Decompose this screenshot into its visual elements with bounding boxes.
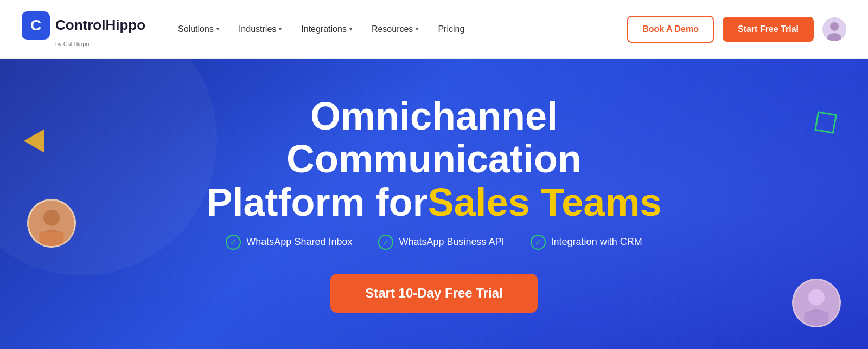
hero-feature-2: ✓ WhatsApp Business API [378,235,504,250]
hero-title-line1: Omnichannel Communication [163,95,705,180]
logo-area: C ControlHippo by CallHippo [22,11,145,47]
nav-industries-label: Industries [239,24,276,34]
hero-trial-button[interactable]: Start 10-Day Free Trial [330,274,537,313]
logo-icon: C [22,11,50,40]
chevron-down-icon: ▾ [216,26,219,32]
nav-item-integrations[interactable]: Integrations ▾ [301,24,352,34]
avatar-left [27,199,76,248]
logo-row: C ControlHippo [22,11,145,40]
hero-title-yellow: Sales Teams [428,180,662,224]
nav-integrations-label: Integrations [301,24,347,34]
feature-label-3: Integration with CRM [551,236,642,248]
hero-feature-1: ✓ WhatsApp Shared Inbox [226,235,352,250]
svg-point-1 [830,22,839,31]
hero-section: Omnichannel Communication Platform forSa… [0,59,868,349]
hero-content: Omnichannel Communication Platform forSa… [163,95,705,313]
check-icon-3: ✓ [531,235,546,250]
book-demo-button[interactable]: Book A Demo [627,16,714,43]
start-trial-button[interactable]: Start Free Trial [723,17,814,42]
nav-links: Solutions ▾ Industries ▾ Integrations ▾ … [178,24,616,34]
nav-item-resources[interactable]: Resources ▾ [372,24,418,34]
svg-point-4 [43,210,60,226]
feature-label-2: WhatsApp Business API [399,236,504,248]
chevron-down-icon: ▾ [279,26,282,32]
nav-actions: Book A Demo Start Free Trial [627,16,846,43]
svg-rect-10 [805,312,829,326]
chevron-down-icon: ▾ [349,26,352,32]
navbar: C ControlHippo by CallHippo Solutions ▾ … [0,0,868,59]
hero-title-line2: Platform forSales Teams [163,181,705,224]
hero-features: ✓ WhatsApp Shared Inbox ✓ WhatsApp Busin… [163,235,705,250]
hero-title-white: Platform for [207,180,428,224]
hero-feature-3: ✓ Integration with CRM [531,235,642,250]
deco-square-icon [814,111,837,134]
logo-text: ControlHippo [55,17,145,34]
chevron-down-icon: ▾ [416,26,418,32]
nav-item-industries[interactable]: Industries ▾ [239,24,282,34]
svg-point-8 [808,289,825,306]
svg-rect-6 [40,232,64,246]
avatar [822,17,846,41]
deco-triangle-icon [24,129,44,153]
nav-resources-label: Resources [372,24,413,34]
nav-item-solutions[interactable]: Solutions ▾ [178,24,219,34]
hero-title: Omnichannel Communication Platform forSa… [163,95,705,224]
avatar-right [792,279,841,327]
logo-sub: by CallHippo [55,41,89,47]
check-icon-2: ✓ [378,235,393,250]
nav-solutions-label: Solutions [178,24,214,34]
feature-label-1: WhatsApp Shared Inbox [246,236,352,248]
nav-item-pricing[interactable]: Pricing [438,24,464,34]
check-icon-1: ✓ [226,235,241,250]
